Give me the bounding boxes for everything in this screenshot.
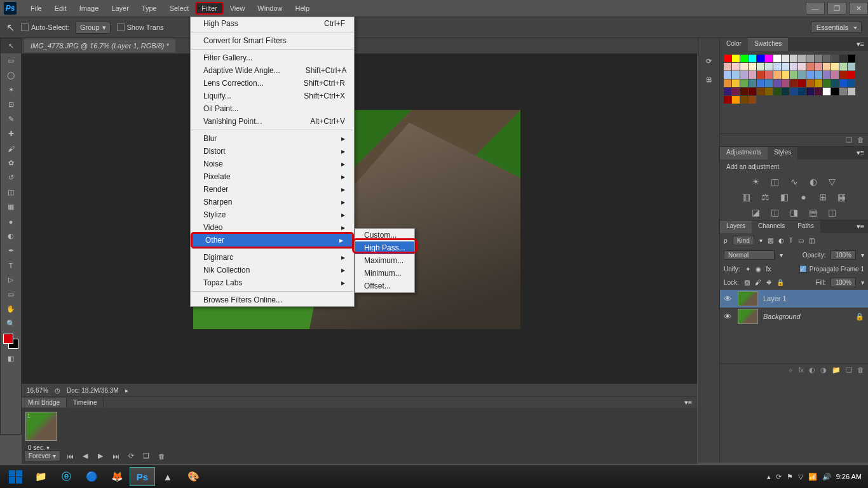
first-frame-button[interactable]: ⏮ — [64, 452, 76, 461]
unify-style-icon[interactable]: fx — [766, 266, 771, 273]
swatch[interactable] — [740, 71, 748, 79]
dodge-tool[interactable]: ◐ — [1, 229, 21, 243]
swatch[interactable] — [724, 79, 731, 87]
swatch[interactable] — [757, 63, 764, 71]
filter-nik[interactable]: Nik Collection▸ — [191, 264, 354, 276]
brush-tool[interactable]: 🖌 — [1, 141, 21, 156]
mixer-icon[interactable]: ⊞ — [817, 192, 829, 202]
swatch[interactable] — [765, 71, 773, 79]
swatch[interactable] — [790, 79, 797, 87]
tray-sync-icon[interactable]: ⟳ — [776, 473, 782, 481]
prev-frame-button[interactable]: ◀ — [79, 452, 91, 461]
blend-mode-dropdown[interactable]: Normal — [724, 250, 775, 260]
tray-up-icon[interactable]: ▴ — [767, 473, 771, 481]
selective-icon[interactable]: ◫ — [826, 207, 839, 217]
swatch[interactable] — [740, 88, 748, 95]
swatch[interactable] — [831, 88, 839, 95]
swatch[interactable] — [798, 55, 806, 62]
swatch[interactable] — [815, 79, 822, 87]
type-tool[interactable]: T — [1, 258, 21, 273]
fill-field[interactable]: 100% — [831, 278, 856, 287]
curves-icon[interactable]: ∿ — [788, 177, 801, 187]
menu-edit[interactable]: Edit — [48, 2, 73, 15]
swatch[interactable] — [749, 71, 756, 79]
tray-clock[interactable]: 9:26 AM — [836, 473, 862, 480]
window-minimize[interactable]: — — [806, 2, 825, 15]
swatch[interactable] — [848, 71, 855, 79]
swatch[interactable] — [790, 63, 797, 71]
filter-oil-paint[interactable]: Oil Paint... — [191, 102, 354, 115]
swatch[interactable] — [732, 96, 740, 104]
fx-icon[interactable]: fx — [798, 366, 804, 374]
next-frame-button[interactable]: ⏭ — [110, 452, 121, 461]
filter-topaz[interactable]: Topaz Labs▸ — [191, 276, 354, 289]
photo-filter-icon[interactable]: ● — [797, 192, 810, 202]
swatch[interactable] — [823, 55, 831, 62]
panel-menu-icon[interactable]: ▾≡ — [679, 398, 697, 407]
swatch[interactable] — [815, 55, 822, 62]
swatch[interactable] — [782, 55, 789, 62]
threshold-icon[interactable]: ◨ — [788, 207, 801, 217]
delete-frame-button[interactable]: 🗑 — [156, 452, 167, 461]
eraser-tool[interactable]: ◫ — [1, 185, 21, 200]
tray-network-icon[interactable]: 📶 — [808, 473, 817, 481]
visibility-icon[interactable]: 👁 — [724, 294, 733, 304]
delete-layer-icon[interactable]: 🗑 — [857, 366, 864, 374]
swatch[interactable] — [773, 88, 781, 95]
filter-type-icon[interactable]: T — [789, 237, 793, 244]
tray-anti-icon[interactable]: ▽ — [798, 473, 803, 481]
healing-tool[interactable]: ✚ — [1, 126, 21, 141]
quick-mask-tool[interactable]: ◧ — [1, 351, 21, 366]
lock-all-icon[interactable]: 🔒 — [776, 279, 784, 286]
swatch[interactable] — [790, 55, 797, 62]
blur-tool[interactable]: ● — [1, 214, 21, 229]
history-brush-tool[interactable]: ↺ — [1, 170, 21, 185]
rect-marquee-tool[interactable]: ▭ — [1, 53, 21, 68]
menu-filter[interactable]: Filter — [195, 2, 223, 15]
filter-shape-icon[interactable]: ▭ — [798, 237, 804, 244]
path-select-tool[interactable]: ▷ — [1, 273, 21, 287]
swatch[interactable] — [815, 71, 822, 79]
filter-sharpen[interactable]: Sharpen▸ — [191, 196, 354, 208]
mask-icon[interactable]: ◐ — [809, 366, 815, 374]
opacity-field[interactable]: 100% — [831, 250, 856, 260]
swatches-tab[interactable]: Swatches — [748, 38, 788, 51]
channels-tab[interactable]: Channels — [752, 220, 791, 233]
timeline-tab[interactable]: Timeline — [67, 398, 104, 407]
taskbar-firefox[interactable]: 🦊 — [104, 467, 130, 486]
move-tool-icon[interactable]: ↖ — [6, 22, 15, 34]
swatch[interactable] — [823, 63, 831, 71]
layers-tab[interactable]: Layers — [720, 220, 752, 233]
filter-pixelate[interactable]: Pixelate▸ — [191, 170, 354, 183]
swatch[interactable] — [749, 88, 756, 95]
swatch[interactable] — [740, 96, 748, 104]
bal-icon[interactable]: ⚖ — [759, 192, 772, 202]
filter-noise[interactable]: Noise▸ — [191, 158, 354, 170]
propagate-checkbox[interactable]: Propagate Frame 1 — [810, 266, 864, 273]
swatch[interactable] — [757, 71, 764, 79]
start-button[interactable] — [3, 467, 28, 486]
levels-icon[interactable]: ◫ — [769, 177, 782, 187]
window-restore[interactable]: ❐ — [827, 2, 846, 15]
group-icon[interactable]: 📁 — [832, 366, 841, 374]
swatch[interactable] — [724, 96, 731, 104]
swatch[interactable] — [782, 63, 789, 71]
zoom-level[interactable]: 16.67% — [27, 387, 48, 394]
auto-select-option[interactable]: Auto-Select: — [21, 24, 69, 31]
tween-button[interactable]: ⟳ — [125, 452, 137, 461]
swatch[interactable] — [765, 88, 773, 95]
swatch[interactable] — [765, 79, 773, 87]
filter-browse-online[interactable]: Browse Filters Online... — [191, 294, 354, 306]
swatch[interactable] — [749, 63, 756, 71]
swatch[interactable] — [749, 55, 756, 62]
swatch[interactable] — [848, 55, 855, 62]
invert-icon[interactable]: ◪ — [750, 207, 763, 217]
swatch[interactable] — [773, 55, 781, 62]
filter-other[interactable]: Other▸ — [193, 234, 352, 247]
document-tab[interactable]: IMG_4778.JPG @ 16.7% (Layer 1, RGB/8) * — [24, 39, 175, 52]
unify-pos-icon[interactable]: ✦ — [745, 266, 750, 273]
swatch[interactable] — [724, 63, 731, 71]
properties-icon[interactable]: ⊞ — [706, 76, 712, 84]
filter-adj-icon[interactable]: ◐ — [778, 237, 784, 244]
doc-info-arrow-icon[interactable]: ▸ — [125, 387, 128, 394]
